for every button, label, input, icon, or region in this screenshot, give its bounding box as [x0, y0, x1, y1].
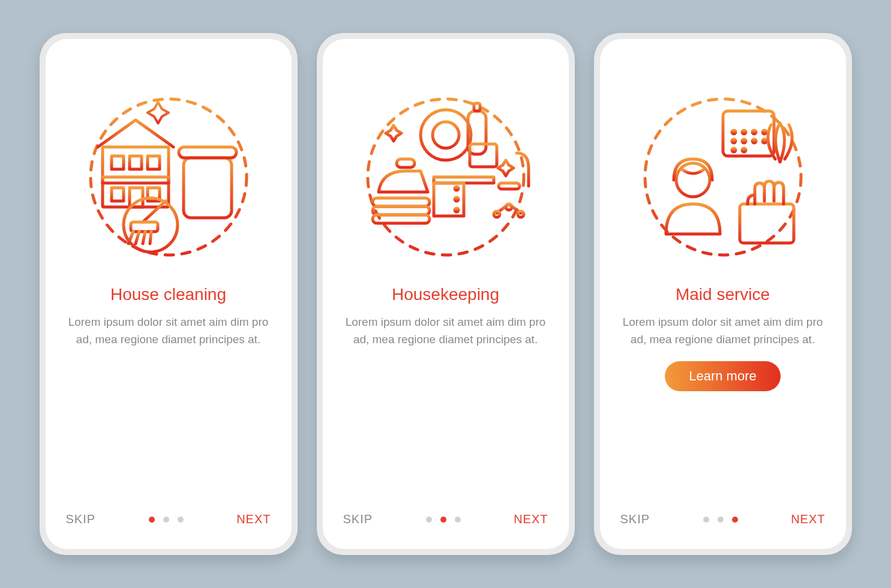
svg-rect-6 [112, 188, 124, 201]
phone-frame: Housekeeping Lorem ipsum dolor sit amet … [317, 33, 575, 555]
onboarding-body: Lorem ipsum dolor sit amet aim dim pro a… [67, 314, 271, 348]
dot-1[interactable] [703, 517, 709, 523]
svg-point-23 [421, 110, 471, 160]
svg-line-18 [136, 232, 139, 244]
svg-point-51 [732, 130, 736, 134]
dot-2[interactable] [718, 517, 724, 523]
svg-point-53 [752, 130, 756, 134]
dot-3[interactable] [178, 517, 184, 523]
svg-point-44 [506, 204, 512, 210]
onboarding-screen-3: Maid service Lorem ipsum dolor sit amet … [600, 39, 846, 549]
svg-point-59 [732, 148, 736, 152]
svg-point-35 [455, 187, 458, 190]
onboarding-body: Lorem ipsum dolor sit amet aim dim pro a… [621, 314, 825, 348]
onboarding-screen-1: House cleaning Lorem ipsum dolor sit ame… [46, 39, 292, 549]
onboarding-body: Lorem ipsum dolor sit amet aim dim pro a… [344, 314, 548, 348]
page-indicator [703, 517, 738, 523]
next-button[interactable]: NEXT [514, 512, 548, 526]
svg-point-37 [455, 208, 458, 212]
svg-point-52 [742, 130, 746, 134]
next-button[interactable]: NEXT [236, 512, 271, 526]
onboarding-title: Housekeeping [392, 285, 499, 304]
onboarding-nav: SKIP NEXT [46, 512, 292, 526]
dot-2[interactable] [163, 517, 169, 523]
onboarding-nav: SKIP NEXT [323, 512, 569, 526]
phone-frame: House cleaning Lorem ipsum dolor sit ame… [40, 33, 298, 555]
svg-rect-26 [474, 103, 480, 111]
svg-point-24 [433, 122, 459, 148]
skip-button[interactable]: SKIP [66, 512, 96, 526]
svg-point-58 [763, 139, 766, 143]
house-cleaning-icon [79, 87, 259, 267]
dot-3[interactable] [732, 517, 738, 523]
svg-rect-27 [397, 159, 415, 167]
svg-rect-30 [373, 215, 430, 223]
onboarding-title: House cleaning [110, 285, 226, 304]
svg-line-15 [143, 201, 166, 222]
svg-rect-3 [112, 156, 124, 169]
svg-point-56 [742, 139, 746, 143]
svg-point-36 [455, 197, 458, 201]
svg-point-60 [742, 148, 746, 152]
page-indicator [149, 517, 184, 523]
onboarding-screen-2: Housekeeping Lorem ipsum dolor sit amet … [323, 39, 569, 549]
svg-point-62 [676, 163, 710, 197]
dot-1[interactable] [149, 517, 155, 523]
learn-more-button[interactable]: Learn more [665, 361, 781, 391]
maid-service-icon [633, 87, 813, 267]
dot-3[interactable] [455, 517, 461, 523]
svg-rect-2 [103, 177, 169, 183]
svg-rect-10 [179, 147, 236, 158]
phone-frame: Maid service Lorem ipsum dolor sit amet … [594, 33, 852, 555]
svg-rect-4 [130, 156, 142, 169]
svg-point-54 [763, 130, 766, 134]
svg-rect-16 [131, 222, 158, 232]
onboarding-nav: SKIP NEXT [600, 512, 846, 526]
svg-line-20 [150, 232, 151, 244]
svg-line-19 [143, 232, 145, 244]
page-indicator [426, 517, 461, 523]
skip-button[interactable]: SKIP [343, 512, 373, 526]
next-button[interactable]: NEXT [791, 512, 825, 526]
dot-1[interactable] [426, 517, 432, 523]
onboarding-title: Maid service [676, 285, 770, 304]
svg-point-57 [752, 139, 756, 143]
housekeeping-icon [356, 87, 536, 267]
dot-2[interactable] [440, 517, 446, 523]
svg-point-55 [732, 139, 736, 143]
svg-rect-5 [148, 156, 160, 169]
skip-button[interactable]: SKIP [620, 512, 650, 526]
